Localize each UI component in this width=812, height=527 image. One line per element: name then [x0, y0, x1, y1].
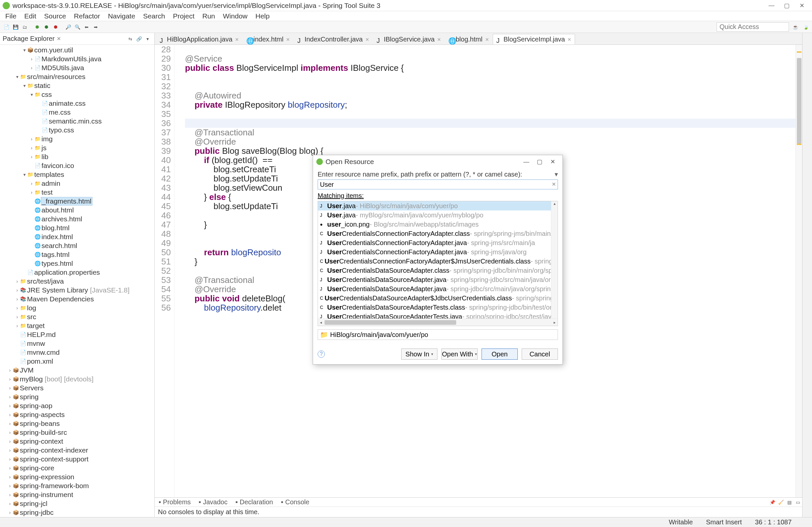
- tree-item[interactable]: 🌐_fragments.html: [0, 197, 154, 205]
- tree-item[interactable]: 📄animate.css: [0, 99, 154, 108]
- dialog-minimize-icon[interactable]: —: [520, 158, 533, 165]
- menu-source[interactable]: Source: [41, 12, 70, 21]
- editor-tab[interactable]: JIBlogService.java✕: [373, 34, 445, 44]
- bottom-tab-javadoc[interactable]: ▪Javadoc: [195, 498, 232, 507]
- menu-edit[interactable]: Edit: [21, 12, 40, 21]
- tree-item[interactable]: 📄typo.css: [0, 126, 154, 134]
- menu-project[interactable]: Project: [170, 12, 198, 21]
- close-button[interactable]: ✕: [794, 1, 809, 11]
- console-clear-icon[interactable]: 🧹: [777, 498, 785, 507]
- console-open-icon[interactable]: ▤: [785, 498, 794, 507]
- console-min-icon[interactable]: ▭: [794, 498, 802, 507]
- tree-item[interactable]: ›📦spring: [0, 392, 154, 401]
- resource-item[interactable]: JUser.java - HiBlog/src/main/java/com/yu…: [318, 201, 557, 211]
- tree-item[interactable]: ›📦spring-build-src: [0, 428, 154, 437]
- run-icon[interactable]: [42, 23, 51, 31]
- bottom-tab-console[interactable]: ▪Console: [277, 498, 313, 507]
- resource-search-input[interactable]: [318, 180, 558, 189]
- package-tree[interactable]: ▾📦com.yuer.util›📄MarkdownUtils.java›📄MD5…: [0, 45, 154, 517]
- open-button[interactable]: Open: [481, 348, 518, 360]
- tree-item[interactable]: 🌐types.html: [0, 259, 154, 268]
- open-type-icon[interactable]: 🔎: [64, 23, 72, 31]
- resource-item[interactable]: JUserCredentialsDataSourceAdapterTests.j…: [318, 312, 557, 318]
- open-with-button[interactable]: Open With▾: [441, 348, 478, 360]
- tree-item[interactable]: ›📦spring-jdbc: [0, 508, 154, 517]
- editor-tab[interactable]: 🌐index.html✕: [243, 34, 294, 44]
- tree-item[interactable]: ›📦spring-expression: [0, 472, 154, 481]
- quick-access-input[interactable]: [716, 23, 789, 32]
- matching-items-list[interactable]: JUser.java - HiBlog/src/main/java/com/yu…: [318, 201, 558, 326]
- tree-item[interactable]: 📄HELP.md: [0, 330, 154, 339]
- tree-item[interactable]: ›📁src/test/java: [0, 277, 154, 286]
- tree-item[interactable]: ›📁target: [0, 321, 154, 330]
- editor-tab[interactable]: JBlogServiceImpl.java✕: [493, 34, 575, 44]
- menu-help[interactable]: Help: [252, 12, 273, 21]
- tree-item[interactable]: 📄mvnw.cmd: [0, 348, 154, 357]
- tree-item[interactable]: ›📦spring-jcl: [0, 499, 154, 508]
- resource-item[interactable]: JUser.java - myBlog/src/main/java/com/yu…: [318, 211, 557, 220]
- resource-item[interactable]: CUserCredentialsDataSourceAdapterTests.c…: [318, 303, 557, 312]
- editor-tab[interactable]: 🌐blog.html✕: [445, 34, 492, 44]
- menu-run[interactable]: Run: [199, 12, 219, 21]
- resource-item[interactable]: CUserCredentialsDataSourceAdapter.class …: [318, 266, 557, 275]
- link-editor-icon[interactable]: 🔗: [135, 34, 143, 43]
- dialog-maximize-icon[interactable]: ▢: [533, 158, 546, 165]
- tree-item[interactable]: ›📦myBlog [boot] [devtools]: [0, 374, 154, 383]
- tree-item[interactable]: 🌐tags.html: [0, 250, 154, 259]
- resource-item[interactable]: JUserCredentialsConnectionFactoryAdapter…: [318, 238, 557, 247]
- tree-item[interactable]: ›📦spring-core: [0, 464, 154, 472]
- tree-item[interactable]: ›📦spring-instrument: [0, 490, 154, 499]
- minimize-button[interactable]: —: [764, 1, 779, 11]
- tree-item[interactable]: ▾📁src/main/resources: [0, 72, 154, 81]
- tree-item[interactable]: ›📄MarkdownUtils.java: [0, 54, 154, 63]
- tree-item[interactable]: ›📦spring-aop: [0, 401, 154, 410]
- collapse-all-icon[interactable]: ⇆: [126, 34, 135, 43]
- save-icon[interactable]: 💾: [11, 23, 20, 31]
- tree-item[interactable]: ›📚Maven Dependencies: [0, 295, 154, 303]
- search-icon[interactable]: 🔍: [73, 23, 82, 31]
- tree-item[interactable]: ›📁log: [0, 303, 154, 312]
- nav-back-icon[interactable]: ⬅: [82, 23, 91, 31]
- tree-item[interactable]: ›📦spring-context-indexer: [0, 446, 154, 455]
- tree-item[interactable]: 📄me.css: [0, 108, 154, 117]
- maximize-button[interactable]: ▢: [779, 1, 794, 11]
- resource-item[interactable]: CUserCredentialsConnectionFactoryAdapter…: [318, 257, 557, 266]
- tree-item[interactable]: 🌐search.html: [0, 241, 154, 250]
- dialog-list-hscroll[interactable]: ◂▸: [318, 318, 557, 326]
- tree-item[interactable]: ›📦JVM: [0, 366, 154, 374]
- clear-input-icon[interactable]: ✕: [552, 181, 556, 187]
- tree-item[interactable]: 📄mvnw: [0, 339, 154, 348]
- menu-window[interactable]: Window: [219, 12, 251, 21]
- tree-item[interactable]: ▾📦com.yuer.util: [0, 45, 154, 54]
- menu-file[interactable]: File: [2, 12, 20, 21]
- menu-search[interactable]: Search: [140, 12, 169, 21]
- tree-item[interactable]: ›📦spring-aspects: [0, 410, 154, 419]
- run-last-icon[interactable]: [51, 23, 60, 31]
- show-in-button[interactable]: Show In▾: [401, 348, 437, 360]
- tree-item[interactable]: 🌐blog.html: [0, 223, 154, 232]
- nav-fwd-icon[interactable]: ➡: [91, 23, 100, 31]
- perspective-spring-icon[interactable]: 🍃: [801, 23, 810, 31]
- tree-item[interactable]: ▾📁templates: [0, 170, 154, 179]
- tree-item[interactable]: ›📦spring-context: [0, 437, 154, 446]
- tree-item[interactable]: 🌐archives.html: [0, 214, 154, 223]
- save-all-icon[interactable]: 🗂: [20, 23, 29, 31]
- resource-item[interactable]: JUserCredentialsDataSourceAdapter.java -…: [318, 284, 557, 294]
- resource-item[interactable]: CUserCredentialsConnectionFactoryAdapter…: [318, 229, 557, 238]
- console-pin-icon[interactable]: 📌: [768, 498, 777, 507]
- editor-tab[interactable]: JIndexController.java✕: [294, 34, 373, 44]
- tree-item[interactable]: ▾📁css: [0, 90, 154, 99]
- tree-item[interactable]: 🌐about.html: [0, 205, 154, 214]
- bottom-tab-problems[interactable]: ▪Problems: [155, 498, 195, 507]
- dialog-history-dropdown-icon[interactable]: ▾: [555, 170, 558, 178]
- editor-scrollbar[interactable]: [796, 45, 802, 497]
- tree-item[interactable]: ›📦Servers: [0, 383, 154, 392]
- new-icon[interactable]: 📄: [2, 23, 11, 31]
- tree-item[interactable]: ›📁lib: [0, 152, 154, 161]
- editor-tab[interactable]: JHiBlogApplication.java✕: [156, 34, 243, 44]
- tree-item[interactable]: ▾📁static: [0, 81, 154, 90]
- dialog-list-vscroll[interactable]: ▴: [551, 201, 557, 318]
- tree-item[interactable]: ›📚JRE System Library [JavaSE-1.8]: [0, 286, 154, 295]
- tree-item[interactable]: ›📁test: [0, 188, 154, 197]
- menu-refactor[interactable]: Refactor: [71, 12, 103, 21]
